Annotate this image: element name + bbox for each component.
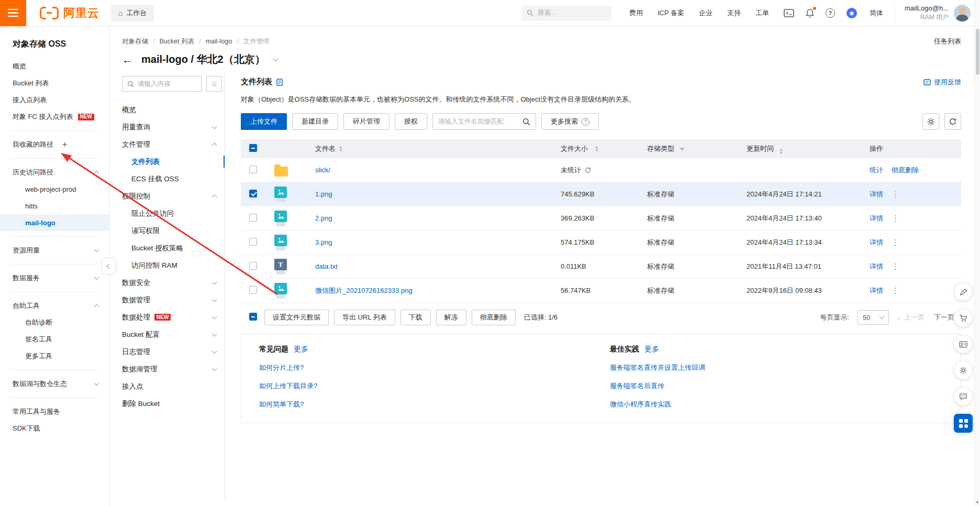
stats-link[interactable]: 统计 <box>870 166 883 175</box>
more-actions-icon[interactable]: ⋮ <box>892 287 899 294</box>
settings-button[interactable] <box>954 361 972 379</box>
fragment-management-button[interactable]: 碎片管理 <box>343 113 389 130</box>
sidebar-item-history-hitts[interactable]: hitts <box>0 197 109 214</box>
vertical-scrollbar[interactable] <box>974 0 980 506</box>
file-name-link[interactable]: 3.png <box>315 238 332 246</box>
subnav-search-input[interactable]: 请输入内容 <box>122 76 202 92</box>
cloud-shell-icon[interactable] <box>784 9 794 17</box>
details-link[interactable]: 详情 <box>870 238 883 247</box>
sidebar-item-fc-access-point-list[interactable]: 对象 FC 接入点列表 NEW <box>0 108 109 125</box>
hamburger-menu-icon[interactable] <box>0 0 26 26</box>
notifications-bell-icon[interactable] <box>806 8 814 18</box>
menu-item-tickets[interactable]: 工单 <box>755 8 769 18</box>
refresh-button[interactable] <box>944 113 961 130</box>
row-checkbox[interactable] <box>249 286 257 294</box>
subnav-item-file-list[interactable]: 文件列表 <box>122 153 225 170</box>
row-checkbox[interactable] <box>249 190 257 197</box>
scrollbar-down-arrow-icon[interactable] <box>976 501 979 504</box>
row-checkbox[interactable] <box>249 262 257 270</box>
breadcrumb-bucket-list[interactable]: Bucket 列表 <box>148 37 194 46</box>
sidebar-group-self-tools[interactable]: 自助工具 <box>0 298 109 314</box>
search-submit-button[interactable] <box>517 114 536 129</box>
table-settings-gear-button[interactable] <box>922 113 939 130</box>
more-search-button[interactable]: 更多搜索 ? <box>541 113 599 130</box>
sort-icon[interactable] <box>595 146 598 151</box>
select-all-checkbox[interactable] <box>249 313 257 321</box>
row-checkbox[interactable] <box>249 238 257 246</box>
delete-permanently-link[interactable]: 彻底删除 <box>892 166 919 175</box>
bucket-switcher-chevron-icon[interactable] <box>273 56 278 61</box>
subnav-item-access-point[interactable]: 接入点 <box>122 378 225 395</box>
menu-item-icp[interactable]: ICP 备案 <box>658 8 684 18</box>
authorize-button[interactable]: 授权 <box>395 113 427 130</box>
subnav-item-usage-query[interactable]: 用量查询 <box>122 118 225 136</box>
sidebar-item-history-mail-logo[interactable]: mail-logo <box>0 214 109 231</box>
subnav-item-data-lake-management[interactable]: 数据湖管理 <box>122 360 225 378</box>
file-name-link[interactable]: 1.png <box>315 190 332 198</box>
page-size-select[interactable]: 50 <box>858 310 889 325</box>
new-directory-button[interactable]: 新建目录 <box>292 113 338 130</box>
subnav-item-overview[interactable]: 概览 <box>122 101 225 118</box>
subnav-item-ram-access-control[interactable]: 访问控制 RAM <box>122 257 225 274</box>
details-link[interactable]: 详情 <box>870 262 883 271</box>
feedback-link[interactable]: 使用反馈 <box>923 78 961 87</box>
menu-item-enterprise[interactable]: 企业 <box>699 8 712 18</box>
file-name-link[interactable]: data.txt <box>315 262 338 270</box>
sidebar-item-access-point-list[interactable]: 接入点列表 <box>0 92 109 108</box>
row-checkbox[interactable] <box>249 214 257 222</box>
faq-link[interactable]: 如何分片上传? <box>259 363 610 372</box>
subnav-item-file-management[interactable]: 文件管理 <box>122 136 225 153</box>
file-prefix-search-input[interactable]: 请输入文件名前缀匹配 <box>433 114 517 129</box>
feedback-chat-button[interactable] <box>954 388 972 405</box>
restore-button[interactable]: 解冻 <box>436 310 466 325</box>
avatar[interactable] <box>954 5 971 21</box>
sidebar-item-self-diagnosis[interactable]: 自助诊断 <box>0 314 109 331</box>
delete-permanently-button[interactable]: 彻底删除 <box>472 310 516 325</box>
subnav-item-bucket-config[interactable]: Bucket 配置 <box>122 326 225 343</box>
subnav-item-data-security[interactable]: 数据安全 <box>122 274 225 291</box>
sidebar-item-bucket-list[interactable]: Bucket 列表 <box>0 75 109 92</box>
add-favorite-path-button[interactable]: + <box>62 140 67 149</box>
task-list-link[interactable]: 任务列表 <box>934 37 961 46</box>
sidebar-item-history-web-project-prod[interactable]: web-project-prod <box>0 181 109 197</box>
faq-link[interactable]: 如何上传下载目录? <box>259 381 610 391</box>
filter-funnel-icon[interactable] <box>680 148 684 153</box>
best-practice-more-link[interactable]: 更多 <box>644 345 659 354</box>
file-name-link[interactable]: 2.png <box>315 214 332 222</box>
faq-more-link[interactable]: 更多 <box>294 345 308 354</box>
file-name-link[interactable]: slick/ <box>315 166 330 174</box>
select-all-checkbox[interactable] <box>249 144 257 152</box>
sidebar-group-data-service[interactable]: 数据服务 <box>0 270 109 287</box>
breadcrumb-object-storage[interactable]: 对象存储 <box>122 37 148 46</box>
doc-info-icon[interactable] <box>276 79 283 86</box>
sidebar-item-overview[interactable]: 概览 <box>0 58 109 75</box>
sidebar-item-sdk-download[interactable]: SDK下载 <box>0 420 109 437</box>
alibaba-cloud-logo[interactable]: 阿里云 <box>40 5 99 21</box>
best-practice-link[interactable]: 服务端签名直传并设置上传回调 <box>610 363 961 372</box>
subnav-item-data-management[interactable]: 数据管理 <box>122 291 225 309</box>
details-link[interactable]: 详情 <box>870 214 883 223</box>
upload-file-button[interactable]: 上传文件 <box>241 113 287 130</box>
subnav-item-delete-bucket[interactable]: 删除 Bucket <box>122 395 225 412</box>
sort-icon[interactable] <box>779 149 783 154</box>
locale-switcher[interactable]: 简体 <box>870 8 883 18</box>
sidebar-group-history-paths[interactable]: 历史访问路径 <box>0 164 109 181</box>
user-account-block[interactable]: mailLogo@h... RAM 用户 <box>895 4 949 22</box>
sidebar-collapse-handle[interactable] <box>102 258 116 274</box>
sidebar-group-data-lake-ecosystem[interactable]: 数据湖与数仓生态 <box>0 376 109 392</box>
global-search-input[interactable]: 搜索... <box>521 5 611 21</box>
more-actions-icon[interactable]: ⋮ <box>892 214 899 222</box>
more-actions-icon[interactable]: ⋮ <box>892 262 899 270</box>
sidebar-item-common-tools-services[interactable]: 常用工具与服务 <box>0 403 109 420</box>
cart-button[interactable] <box>954 309 972 327</box>
prev-page-button[interactable]: 上一页 <box>904 313 925 322</box>
subnav-item-log-management[interactable]: 日志管理 <box>122 343 225 360</box>
refresh-icon[interactable] <box>585 167 591 173</box>
next-page-button[interactable]: 下一页 <box>934 313 954 322</box>
sidebar-group-resource-usage[interactable]: 资源用量 <box>0 242 109 259</box>
help-icon[interactable]: ? <box>826 8 835 18</box>
language-globe-icon[interactable]: ∗ <box>847 8 857 18</box>
set-metadata-button[interactable]: 设置文件元数据 <box>264 310 329 325</box>
sidebar-item-more-tools[interactable]: 更多工具 <box>0 348 109 365</box>
sort-icon[interactable] <box>339 146 342 151</box>
